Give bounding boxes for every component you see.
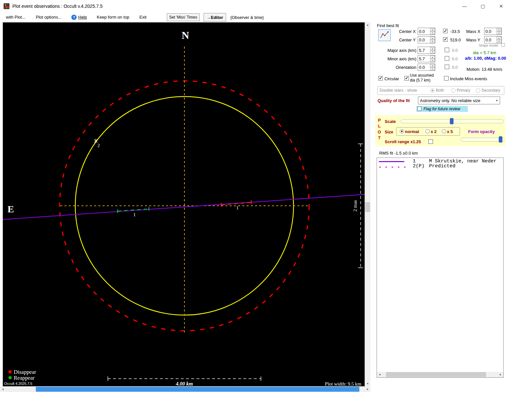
minor-axis-alt-checkbox[interactable] [445,56,449,61]
center-x-up-icon[interactable] [430,28,435,31]
mass-x-spinner[interactable] [484,28,502,35]
size-x2-radio[interactable] [425,129,430,133]
center-y-spinner[interactable] [418,36,435,43]
plot-vertical-scrollbar[interactable] [365,22,370,386]
mass-y-spinner[interactable] [484,36,502,43]
mass-x-input[interactable] [484,28,496,35]
minor-axis-input[interactable] [418,55,430,62]
horizontal-scroll-thumb[interactable] [36,387,359,392]
major-axis-down-icon[interactable] [430,50,435,53]
close-button[interactable]: ✕ [494,0,509,12]
major-axis-alt-checkbox[interactable] [445,48,449,52]
combo-arrow-icon[interactable] [494,99,500,102]
orientation-alt-value: 0.0 [452,65,458,70]
close-icon: ✕ [499,4,503,9]
observation-row-name[interactable]: Predicted [429,163,455,169]
minimize-icon: — [462,4,467,9]
orientation-up-icon[interactable] [430,64,435,67]
best-fit-chart-button[interactable] [378,29,391,41]
scroll-down-arrow[interactable] [365,381,370,386]
vertical-scale-bracket [358,144,363,268]
circular-checkbox[interactable] [378,76,383,81]
size-normal-label: normal [405,129,419,134]
listbox-horizontal-scrollbar[interactable] [377,372,503,377]
listbox-scroll-thumb[interactable] [386,372,486,377]
mass-x-down-icon[interactable] [496,31,501,35]
flag-review-label: Flag for future review [424,107,460,111]
use-assumed-label-1: Use assumed [410,73,434,78]
shape-model-checkbox[interactable] [501,43,505,47]
opacity-slider-track[interactable] [461,138,504,142]
minor-axis-up-icon[interactable] [430,55,435,59]
center-y-input[interactable] [418,37,430,43]
center-x-label: Center X [395,29,416,34]
include-miss-label: Include Miss events [450,76,487,81]
editor-button[interactable]: →Editor [204,13,226,22]
mass-y-up-icon[interactable] [496,37,501,40]
scroll-up-arrow[interactable] [365,22,370,28]
center-x-offset-checkbox[interactable] [443,29,448,33]
major-axis-alt-value: 0.0 [452,48,458,53]
plot-canvas[interactable]: 1 1 2 2 mas 4.00 km Plot width: 9.5 [3,22,365,386]
plot-vertical-letters: PLOT [377,118,382,141]
orientation-spinner[interactable] [418,64,435,71]
set-miss-times-button[interactable]: Set 'Miss' Times [167,13,200,21]
center-x-input[interactable] [418,28,430,35]
center-x-spinner[interactable] [418,28,435,35]
scroll-range-checkbox[interactable] [428,139,433,144]
include-miss-checkbox[interactable] [444,76,449,81]
maximize-button[interactable]: ▢ [475,0,490,12]
size-x5-radio[interactable] [442,129,446,133]
menu-with-plot[interactable]: with Plot... [6,15,25,20]
double-stars-label: Double stars - show [380,88,417,93]
opacity-slider-thumb[interactable] [499,136,502,143]
mass-y-down-icon[interactable] [496,40,501,43]
horizontal-scale-bracket [108,376,261,381]
orientation-down-icon[interactable] [430,67,435,70]
scroll-right-arrow[interactable] [365,386,370,392]
mass-y-input[interactable] [484,37,496,43]
flag-review-checkbox[interactable] [417,107,422,111]
major-axis-up-icon[interactable] [430,47,435,50]
scroll-left-arrow[interactable] [0,386,6,392]
plot-horizontal-scrollbar[interactable] [0,386,370,392]
use-assumed-checkbox[interactable] [404,76,409,81]
double-stars-secondary-label: Secondary [482,88,500,93]
menu-help[interactable]: Help [78,15,87,20]
center-y-offset-checkbox[interactable] [443,37,448,42]
major-axis-spinner[interactable] [418,47,435,54]
menu-keep-on-top[interactable]: Keep form on top [97,15,129,20]
chart-icon [380,31,389,39]
red-chord-label: 1 [236,205,239,210]
north-label: N [181,29,189,41]
observed-chord-line[interactable] [3,194,365,220]
center-y-down-icon[interactable] [430,40,435,43]
minimize-button[interactable]: — [457,0,472,12]
vertical-scale-label: 2 mas [352,200,358,212]
mass-x-up-icon[interactable] [496,28,501,31]
observation-listbox[interactable]: 1 M Skrutskie, near Neder 2(P) Predicted [377,158,504,378]
quality-combobox[interactable]: Astrometry only. No reliable size [418,97,500,104]
size-x5-label: x 5 [447,129,453,134]
scale-slider-thumb[interactable] [450,118,453,124]
double-stars-secondary-radio[interactable] [476,88,480,93]
center-y-up-icon[interactable] [430,37,435,40]
orientation-input[interactable] [418,64,430,70]
vertical-scroll-thumb[interactable] [365,202,370,212]
orientation-alt-checkbox[interactable] [445,65,449,69]
observation-row-id[interactable]: 2(P) [413,163,424,169]
major-axis-input[interactable] [418,47,430,53]
menu-plot-options[interactable]: Plot options... [36,15,62,20]
minor-axis-spinner[interactable] [418,55,435,62]
disappear-dot-icon [8,370,12,373]
size-normal-radio[interactable] [400,129,404,133]
double-stars-both-radio[interactable] [430,88,435,93]
center-x-down-icon[interactable] [430,31,435,35]
size-label: Size [385,129,393,134]
listbox-scroll-right-arrow[interactable] [498,372,503,377]
double-stars-primary-radio[interactable] [451,88,455,93]
listbox-scroll-left-arrow[interactable] [377,372,382,377]
green-chord-label: 1 [133,212,136,217]
minor-axis-down-icon[interactable] [430,59,435,62]
menu-exit[interactable]: Exit [139,15,147,20]
